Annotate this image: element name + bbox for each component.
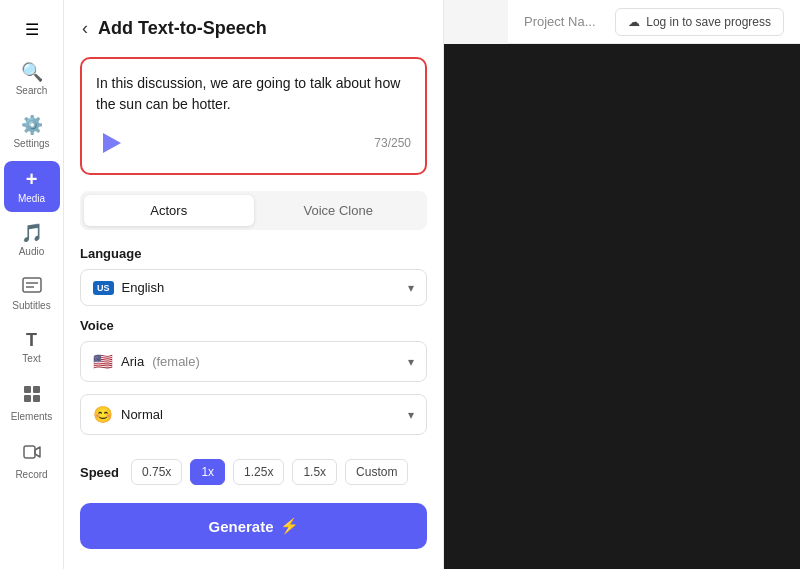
save-progress-button[interactable]: ☁ Log in to save progress — [615, 8, 784, 36]
sidebar-label-elements: Elements — [11, 411, 53, 422]
generate-button[interactable]: Generate ⚡ — [80, 503, 427, 549]
sidebar-label-settings: Settings — [13, 138, 49, 149]
speed-1.5x[interactable]: 1.5x — [292, 459, 337, 485]
play-button[interactable] — [96, 127, 128, 159]
record-icon — [22, 442, 42, 465]
sidebar-item-record[interactable]: Record — [4, 434, 60, 488]
elements-icon — [22, 384, 42, 407]
voice-flag-icon: 🇺🇸 — [93, 352, 113, 371]
voice-style-arrow: ▾ — [408, 408, 414, 422]
language-dropdown[interactable]: US English ▾ — [80, 269, 427, 306]
sidebar-label-media: Media — [18, 193, 45, 204]
voice-style-left: 😊 Normal — [93, 405, 163, 424]
speed-1.25x[interactable]: 1.25x — [233, 459, 284, 485]
text-display[interactable]: In this discussion, we are going to talk… — [96, 73, 411, 115]
voice-name: Aria — [121, 354, 144, 369]
language-dropdown-arrow: ▾ — [408, 281, 414, 295]
main-panel: ‹ Add Text-to-Speech In this discussion,… — [64, 0, 444, 569]
sidebar-item-elements[interactable]: Elements — [4, 376, 60, 430]
tabs-container: Actors Voice Clone — [80, 191, 427, 230]
tab-voice-clone[interactable]: Voice Clone — [254, 195, 424, 226]
top-bar: Project Na... ☁ Log in to save progress — [508, 0, 800, 44]
generate-icon: ⚡ — [280, 517, 299, 535]
speed-row: Speed 0.75x 1x 1.25x 1.5x Custom — [80, 459, 427, 485]
plus-icon: + — [26, 169, 38, 189]
voice-style-icon: 😊 — [93, 405, 113, 424]
svg-rect-4 — [33, 386, 40, 393]
text-input-box: In this discussion, we are going to talk… — [80, 57, 427, 175]
voice-actor-dropdown[interactable]: 🇺🇸 Aria (female) ▾ — [80, 341, 427, 382]
subtitles-icon — [22, 277, 42, 296]
voice-actor-left: 🇺🇸 Aria (female) — [93, 352, 200, 371]
cloud-icon: ☁ — [628, 15, 640, 29]
svg-rect-5 — [24, 395, 31, 402]
gear-icon: ⚙️ — [21, 116, 43, 134]
sidebar-label-record: Record — [15, 469, 47, 480]
play-triangle-icon — [103, 133, 121, 153]
text-icon: T — [26, 331, 37, 349]
sidebar-item-settings[interactable]: ⚙️ Settings — [4, 108, 60, 157]
project-name[interactable]: Project Na... — [524, 14, 596, 29]
hamburger-icon: ☰ — [25, 20, 39, 39]
speed-1x[interactable]: 1x — [190, 459, 225, 485]
sidebar-label-text: Text — [22, 353, 40, 364]
sidebar-label-audio: Audio — [19, 246, 45, 257]
svg-rect-3 — [24, 386, 31, 393]
tab-actors[interactable]: Actors — [84, 195, 254, 226]
save-label: Log in to save progress — [646, 15, 771, 29]
language-value: English — [122, 280, 165, 295]
back-button[interactable]: ‹ — [80, 16, 90, 41]
voice-section-label: Voice — [80, 318, 427, 333]
voice-style-value: Normal — [121, 407, 163, 422]
panel-header: ‹ Add Text-to-Speech — [80, 16, 427, 41]
char-count: 73/250 — [374, 136, 411, 150]
sidebar-item-audio[interactable]: 🎵 Audio — [4, 216, 60, 265]
sidebar-label-subtitles: Subtitles — [12, 300, 50, 311]
svg-rect-6 — [33, 395, 40, 402]
right-section: Project Na... ☁ Log in to save progress — [444, 0, 800, 569]
sidebar-item-search[interactable]: 🔍 Search — [4, 55, 60, 104]
panel-title: Add Text-to-Speech — [98, 18, 267, 39]
search-icon: 🔍 — [21, 63, 43, 81]
voice-gender: (female) — [152, 354, 200, 369]
canvas-area — [444, 44, 800, 569]
voice-section: Voice 🇺🇸 Aria (female) ▾ 😊 Normal ▾ — [80, 318, 427, 447]
svg-rect-7 — [24, 446, 35, 458]
audio-icon: 🎵 — [21, 224, 43, 242]
language-dropdown-left: US English — [93, 280, 164, 295]
voice-dropdown-arrow: ▾ — [408, 355, 414, 369]
svg-rect-0 — [23, 278, 41, 292]
text-footer: 73/250 — [96, 127, 411, 159]
sidebar-item-subtitles[interactable]: Subtitles — [4, 269, 60, 319]
speed-custom[interactable]: Custom — [345, 459, 408, 485]
us-flag-badge: US — [93, 281, 114, 295]
generate-label: Generate — [208, 518, 273, 535]
sidebar-item-text[interactable]: T Text — [4, 323, 60, 372]
hamburger-menu[interactable]: ☰ — [4, 12, 60, 51]
sidebar: ☰ 🔍 Search ⚙️ Settings + Media 🎵 Audio S… — [0, 0, 64, 569]
language-section-label: Language — [80, 246, 427, 261]
voice-style-dropdown[interactable]: 😊 Normal ▾ — [80, 394, 427, 435]
sidebar-item-media[interactable]: + Media — [4, 161, 60, 212]
sidebar-label-search: Search — [16, 85, 48, 96]
speed-0.75x[interactable]: 0.75x — [131, 459, 182, 485]
speed-label: Speed — [80, 465, 119, 480]
